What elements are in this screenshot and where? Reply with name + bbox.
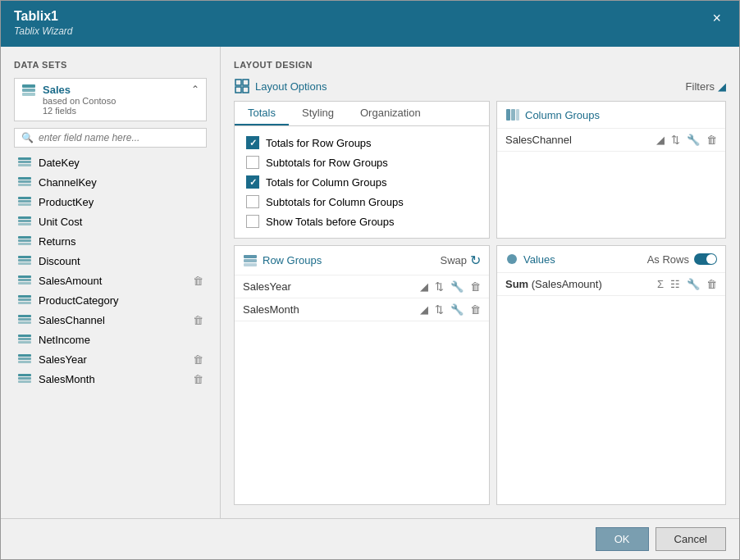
checkbox-label: Totals for Row Groups [266, 137, 372, 149]
field-name: Returns [39, 235, 76, 248]
svg-rect-20 [18, 262, 31, 265]
svg-rect-1 [22, 89, 35, 92]
svg-rect-12 [18, 216, 31, 219]
sort-icon[interactable]: ⇅ [671, 134, 680, 146]
dataset-info: Sales based on Contoso 12 fields [21, 84, 116, 116]
layout-options-bar: Layout Options Filters ◢ [234, 78, 726, 94]
filter-item-icon[interactable]: ◢ [420, 303, 428, 316]
checkbox-row: Subtotals for Row Groups [246, 156, 477, 169]
values-title-area: Values [505, 253, 555, 266]
column-groups-header: Column Groups [497, 102, 725, 129]
trash-icon[interactable]: 🗑 [193, 353, 203, 366]
value-icons: Σ ☷ 🔧 🗑 [657, 278, 717, 290]
collapse-icon[interactable]: ⌃ [191, 84, 199, 95]
content-area: DATA SETS Sales based on Contoso 12 fiel… [1, 47, 739, 518]
tab-organization[interactable]: Organization [347, 102, 434, 125]
layout-options-title: Layout Options [234, 78, 327, 94]
settings-icon[interactable]: 🔧 [450, 303, 464, 316]
svg-rect-31 [18, 338, 31, 340]
checkbox-row: Totals for Column Groups [246, 175, 477, 189]
delete-icon[interactable]: 🗑 [706, 278, 717, 290]
sort-icon[interactable]: ⇅ [435, 303, 444, 316]
field-name: ChannelKey [39, 176, 97, 189]
filter-item-icon[interactable]: ◢ [656, 134, 665, 146]
search-box: 🔍 [14, 128, 207, 148]
dialog-title: Tablix1 [14, 9, 72, 24]
field-item: Discount [14, 251, 207, 271]
field-name: SalesMonth [39, 373, 95, 385]
as-rows-toggle[interactable] [694, 253, 717, 265]
tab-totals[interactable]: Totals [235, 102, 289, 125]
layout-options-icon [234, 78, 250, 94]
delete-icon[interactable]: 🗑 [470, 303, 481, 316]
svg-rect-3 [18, 157, 31, 160]
svg-rect-34 [18, 357, 31, 360]
svg-rect-19 [18, 259, 31, 262]
svg-rect-32 [18, 341, 31, 344]
trash-icon[interactable]: 🗑 [193, 373, 203, 385]
checkbox-row: Subtotals for Column Groups [246, 195, 477, 208]
datasets-section-label: DATA SETS [14, 60, 207, 70]
checkbox[interactable] [246, 195, 259, 208]
footer: OK Cancel [1, 518, 739, 559]
group-item-name: SalesMonth [243, 303, 299, 316]
search-input[interactable] [39, 132, 199, 143]
checkbox[interactable] [246, 215, 259, 228]
field-item: SalesAmount 🗑 [14, 271, 207, 290]
field-item: DateKey [14, 153, 207, 172]
as-rows-label: As Rows [647, 253, 689, 266]
field-item: SalesMonth 🗑 [14, 369, 207, 389]
checkbox[interactable] [246, 156, 259, 169]
trash-icon[interactable]: 🗑 [193, 314, 203, 326]
sort-icon[interactable]: ⇅ [435, 280, 444, 293]
svg-rect-36 [18, 374, 31, 376]
tab-styling[interactable]: Styling [289, 102, 347, 125]
svg-rect-48 [244, 263, 257, 266]
filter-icon[interactable]: ◢ [718, 80, 726, 93]
dataset-header: Sales based on Contoso 12 fields ⌃ [14, 78, 207, 121]
settings-icon[interactable]: 🔧 [687, 134, 700, 146]
value-item: Sum (SalesAmount) Σ ☷ 🔧 🗑 [497, 273, 725, 296]
field-left: SalesAmount [17, 274, 102, 287]
field-db-icon [17, 195, 32, 208]
swap-label: Swap [440, 254, 467, 266]
settings-icon[interactable]: 🔧 [687, 278, 700, 290]
values-items: Sum (SalesAmount) Σ ☷ 🔧 🗑 [497, 273, 725, 296]
filter-item-icon[interactable]: ◢ [420, 280, 428, 293]
field-db-icon [17, 313, 32, 326]
dataset-icon [21, 84, 36, 97]
checkbox[interactable] [246, 136, 259, 149]
svg-rect-26 [18, 302, 31, 304]
row-group-item: SalesMonth ◢ ⇅ 🔧 🗑 [235, 298, 489, 321]
field-left: SalesChannel [17, 313, 105, 326]
group-item-icons: ◢ ⇅ 🔧 🗑 [420, 303, 481, 316]
group-item-icons: ◢ ⇅ 🔧 🗑 [656, 134, 717, 146]
svg-rect-33 [18, 354, 31, 357]
layout-options-label: Layout Options [255, 80, 327, 93]
svg-rect-27 [18, 315, 31, 317]
trash-icon[interactable]: 🗑 [193, 275, 203, 287]
delete-icon[interactable]: 🗑 [470, 280, 481, 293]
svg-rect-7 [18, 180, 31, 183]
title-bar: Tablix1 Tablix Wizard × [1, 1, 739, 47]
checkbox[interactable] [246, 175, 259, 189]
field-left: NetIncome [17, 333, 90, 346]
dialog: Tablix1 Tablix Wizard × DATA SETS Sales … [0, 0, 740, 560]
sigma-icon[interactable]: Σ [657, 278, 664, 290]
field-left: ProductCategory [17, 294, 119, 307]
field-left: Discount [17, 254, 80, 267]
field-db-icon [17, 372, 32, 385]
settings-icon[interactable]: 🔧 [450, 280, 464, 293]
checkbox-label: Subtotals for Column Groups [266, 196, 404, 208]
swap-button[interactable]: Swap ↻ [440, 253, 481, 268]
svg-rect-35 [18, 361, 31, 363]
field-item: NetIncome [14, 330, 207, 349]
row-groups-title-area: Row Groups [243, 254, 322, 267]
field-name: SalesYear [39, 353, 87, 366]
table-icon[interactable]: ☷ [670, 278, 680, 290]
field-left: Returns [17, 234, 76, 248]
cancel-button[interactable]: Cancel [655, 527, 726, 551]
ok-button[interactable]: OK [596, 527, 649, 551]
delete-icon[interactable]: 🗑 [706, 134, 717, 146]
close-button[interactable]: × [707, 9, 726, 27]
